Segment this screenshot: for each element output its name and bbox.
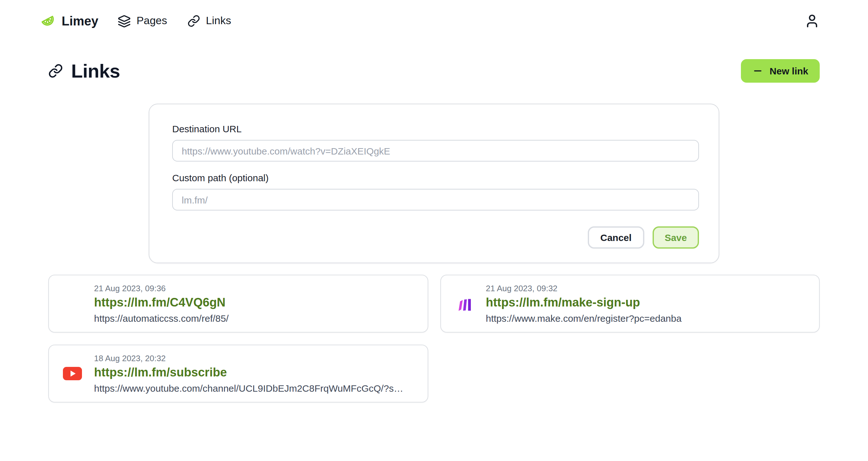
link-card: 21 Aug 2023, 09:36 https://lm.fm/C4VQ6gN… <box>48 275 428 333</box>
links-list: 21 Aug 2023, 09:36 https://lm.fm/C4VQ6gN… <box>48 275 820 403</box>
short-url-link[interactable]: https://lm.fm/subscribe <box>94 366 403 380</box>
lime-slice-icon <box>40 13 57 29</box>
new-link-form: Destination URL Custom path (optional) C… <box>149 104 719 263</box>
nav-item-pages[interactable]: Pages <box>118 14 167 28</box>
destination-url-input[interactable] <box>172 140 699 162</box>
layers-icon <box>118 14 131 28</box>
brand-name: Limey <box>62 14 98 28</box>
link-card: 21 Aug 2023, 09:32 https://lm.fm/make-si… <box>440 275 820 333</box>
destination-url-text: https://www.make.com/en/register?pc=edan… <box>486 313 682 324</box>
destination-url-text: https://www.youtube.com/channel/UCL9IDbE… <box>94 383 403 394</box>
save-button[interactable]: Save <box>653 226 699 249</box>
short-url-link[interactable]: https://lm.fm/make-sign-up <box>486 296 682 310</box>
minus-icon <box>752 65 763 76</box>
page-title: Links <box>71 60 120 82</box>
link-timestamp: 21 Aug 2023, 09:32 <box>486 284 682 293</box>
top-navigation: Limey Pages Links <box>0 0 868 42</box>
link-card: 18 Aug 2023, 20:32 https://lm.fm/subscri… <box>48 345 428 403</box>
destination-url-label: Destination URL <box>172 123 699 134</box>
user-icon <box>804 13 820 29</box>
link-info: 18 Aug 2023, 20:32 https://lm.fm/subscri… <box>94 353 403 394</box>
main-content: Links New link Destination URL Custom pa… <box>0 59 868 403</box>
custom-path-input[interactable] <box>172 189 699 210</box>
cancel-button[interactable]: Cancel <box>588 226 644 249</box>
new-link-button[interactable]: New link <box>741 59 820 83</box>
app-window: Limey Pages Links <box>0 0 868 461</box>
form-actions: Cancel Save <box>172 226 699 249</box>
brand-home-link[interactable]: Limey <box>40 13 98 29</box>
nav-item-links-label: Links <box>206 15 231 27</box>
page-header-row: Links New link <box>48 59 820 83</box>
user-menu-button[interactable] <box>804 13 820 29</box>
link-timestamp: 18 Aug 2023, 20:32 <box>94 353 403 363</box>
nav-item-pages-label: Pages <box>136 15 167 27</box>
nav-item-links[interactable]: Links <box>187 15 231 27</box>
automaticcss-icon <box>63 295 82 312</box>
link-icon <box>48 64 63 78</box>
destination-url-text: https://automaticcss.com/ref/85/ <box>94 313 229 324</box>
new-link-button-label: New link <box>770 65 808 76</box>
link-icon <box>187 15 200 27</box>
short-url-link[interactable]: https://lm.fm/C4VQ6gN <box>94 296 229 310</box>
link-info: 21 Aug 2023, 09:36 https://lm.fm/C4VQ6gN… <box>94 284 229 324</box>
youtube-icon <box>63 367 82 380</box>
link-info: 21 Aug 2023, 09:32 https://lm.fm/make-si… <box>486 284 682 324</box>
make-icon <box>455 295 474 312</box>
custom-path-label: Custom path (optional) <box>172 172 699 183</box>
link-timestamp: 21 Aug 2023, 09:36 <box>94 284 229 293</box>
